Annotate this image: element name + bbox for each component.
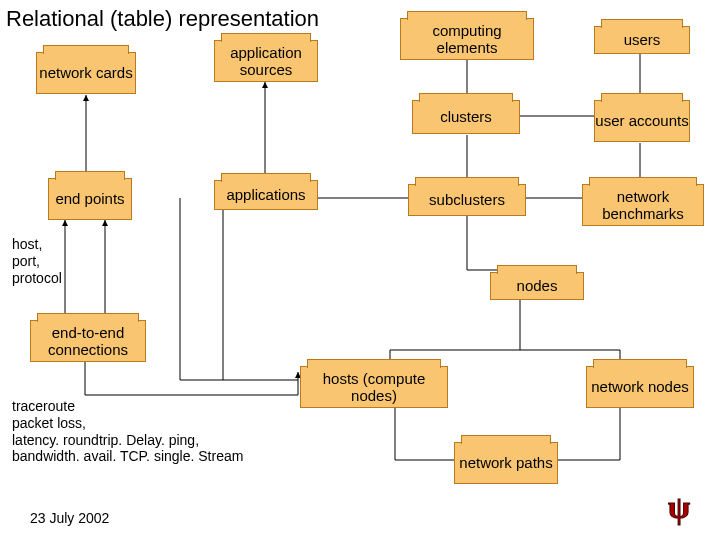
iu-logo-icon: ψ (668, 489, 690, 526)
box-clusters: clusters (412, 100, 520, 134)
box-network-nodes: network nodes (586, 366, 694, 408)
box-end-to-end-connections: end-to-end connections (30, 320, 146, 362)
box-computing-elements: computing elements (400, 18, 534, 60)
box-user-accounts: user accounts (594, 100, 690, 142)
date-label: 23 July 2002 (30, 510, 109, 526)
box-network-cards: network cards (36, 52, 136, 94)
box-hosts: hosts (compute nodes) (300, 366, 448, 408)
box-subclusters: subclusters (408, 184, 526, 216)
box-network-benchmarks: network benchmarks (582, 184, 704, 226)
box-application-sources: application sources (214, 40, 318, 82)
box-end-points: end points (48, 178, 132, 220)
label-host-port-protocol: host, port, protocol (12, 236, 62, 286)
label-metrics: traceroute packet loss, latency. roundtr… (12, 398, 243, 465)
box-nodes: nodes (490, 272, 584, 300)
box-users: users (594, 26, 690, 54)
box-network-paths: network paths (454, 442, 558, 484)
page-title: Relational (table) representation (6, 6, 319, 32)
box-applications: applications (214, 180, 318, 210)
